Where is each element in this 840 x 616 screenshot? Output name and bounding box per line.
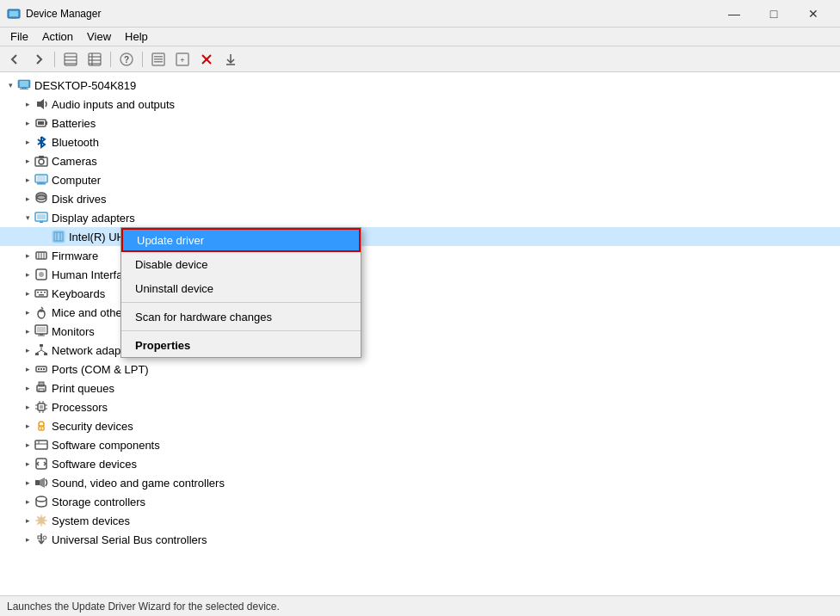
context-menu-item-properties[interactable]: Properties: [121, 333, 361, 357]
tree-item-audio[interactable]: ▸Audio inputs and outputs: [0, 95, 840, 114]
context-menu-separator: [121, 330, 361, 331]
list-view-button[interactable]: [83, 49, 106, 70]
sound-label: Sound, video and game controllers: [52, 477, 225, 490]
monitors-icon: [34, 324, 48, 338]
mice-expand-icon[interactable]: ▸: [21, 305, 34, 319]
svg-rect-73: [38, 368, 40, 370]
disk-expand-icon[interactable]: ▸: [21, 192, 34, 206]
toolbar-sep-1: [54, 52, 55, 67]
ports-icon: [34, 362, 48, 376]
window-title: Device Manager: [26, 8, 714, 20]
tree-view-button[interactable]: [59, 49, 82, 70]
svg-line-71: [41, 350, 46, 353]
tree-item-software-comp[interactable]: ▸Software components: [0, 435, 840, 454]
minimize-button[interactable]: —: [714, 0, 754, 28]
tree-item-usb[interactable]: ▸Universal Serial Bus controllers: [0, 530, 840, 549]
svg-rect-35: [37, 176, 46, 182]
cameras-expand-icon[interactable]: ▸: [21, 154, 34, 168]
tree-item-display[interactable]: ▾Display adapters: [0, 208, 840, 227]
scan-button[interactable]: +: [171, 49, 194, 70]
properties-button[interactable]: [147, 49, 170, 70]
svg-point-92: [40, 428, 42, 429]
svg-rect-56: [40, 292, 42, 293]
usb-expand-icon[interactable]: ▸: [21, 533, 34, 546]
svg-point-99: [36, 496, 46, 502]
tree-item-sound[interactable]: ▸Sound, video and game controllers: [0, 473, 840, 492]
back-button[interactable]: [3, 49, 26, 70]
menu-item-help[interactable]: Help: [118, 28, 155, 45]
network-expand-icon[interactable]: ▸: [21, 343, 34, 357]
tree-item-print[interactable]: ▸Print queues: [0, 379, 840, 397]
tree-item-batteries[interactable]: ▸Batteries: [0, 114, 840, 132]
audio-expand-icon[interactable]: ▸: [21, 97, 34, 111]
close-button[interactable]: ✕: [794, 0, 833, 28]
forward-button[interactable]: [28, 49, 50, 70]
tree-item-cameras[interactable]: ▸Cameras: [0, 151, 840, 170]
menu-item-view[interactable]: View: [80, 28, 118, 45]
status-bar: Launches the Update Driver Wizard for th…: [0, 595, 840, 616]
svg-rect-16: [154, 61, 163, 63]
usb-label: Universal Serial Bus controllers: [52, 533, 207, 546]
context-menu-item-update-driver[interactable]: Update driver: [121, 228, 361, 252]
svg-rect-24: [20, 81, 28, 87]
bluetooth-expand-icon[interactable]: ▸: [21, 135, 34, 149]
title-bar: Device Manager — □ ✕: [0, 0, 840, 28]
svg-rect-58: [39, 294, 44, 296]
ports-expand-icon[interactable]: ▸: [21, 362, 34, 376]
system-expand-icon[interactable]: ▸: [21, 514, 34, 527]
uninstall-button[interactable]: [195, 49, 218, 70]
menu-item-action[interactable]: Action: [35, 28, 80, 45]
mice-icon: [34, 305, 48, 319]
software-comp-expand-icon[interactable]: ▸: [21, 438, 34, 452]
firmware-expand-icon[interactable]: ▸: [21, 249, 34, 262]
tree-item-processors[interactable]: ▸Processors: [0, 397, 840, 416]
intel-expand-icon[interactable]: [38, 230, 52, 243]
computer-label: Computer: [52, 174, 101, 187]
firmware-icon: [34, 249, 48, 262]
tree-item-security[interactable]: ▸Security devices: [0, 416, 840, 435]
tree-root[interactable]: ▾ DESKTOP-504K819: [0, 76, 840, 95]
disk-label: Disk drives: [52, 193, 107, 206]
security-expand-icon[interactable]: ▸: [21, 419, 34, 433]
sound-expand-icon[interactable]: ▸: [21, 476, 34, 490]
app-icon: [7, 7, 21, 21]
intel-icon: [52, 230, 65, 243]
update-button[interactable]: [219, 49, 242, 70]
root-expand-icon[interactable]: ▾: [3, 78, 17, 92]
print-expand-icon[interactable]: ▸: [21, 381, 34, 395]
tree-item-computer[interactable]: ▸Computer: [0, 170, 840, 189]
print-label: Print queues: [52, 382, 114, 395]
monitors-expand-icon[interactable]: ▸: [21, 324, 34, 338]
display-label: Display adapters: [52, 212, 135, 225]
svg-rect-1: [9, 11, 18, 16]
svg-rect-33: [39, 156, 44, 158]
svg-rect-64: [40, 334, 43, 336]
tree-item-system[interactable]: ▸System devices: [0, 511, 840, 530]
human-expand-icon[interactable]: ▸: [21, 268, 34, 281]
context-menu-item-disable-device[interactable]: Disable device: [121, 252, 361, 276]
tree-item-disk[interactable]: ▸Disk drives: [0, 189, 840, 208]
context-menu-item-scan-hardware[interactable]: Scan for hardware changes: [121, 305, 361, 329]
context-menu-separator: [121, 302, 361, 303]
keyboard-expand-icon[interactable]: ▸: [21, 286, 34, 300]
human-icon: [34, 268, 48, 281]
software-comp-icon: [34, 438, 48, 452]
storage-expand-icon[interactable]: ▸: [21, 495, 34, 508]
display-expand-icon[interactable]: ▾: [21, 211, 34, 225]
display-icon: [34, 211, 48, 225]
tree-item-bluetooth[interactable]: ▸Bluetooth: [0, 132, 840, 151]
tree-item-storage[interactable]: ▸Storage controllers: [0, 492, 840, 511]
batteries-expand-icon[interactable]: ▸: [21, 116, 34, 130]
software-dev-expand-icon[interactable]: ▸: [21, 457, 34, 471]
processors-expand-icon[interactable]: ▸: [21, 400, 34, 414]
menu-item-file[interactable]: File: [3, 28, 35, 45]
computer-expand-icon[interactable]: ▸: [21, 173, 34, 187]
maximize-button[interactable]: □: [754, 0, 794, 28]
context-menu-item-uninstall-device[interactable]: Uninstall device: [121, 276, 361, 300]
tree-item-ports[interactable]: ▸Ports (COM & LPT): [0, 360, 840, 379]
audio-icon: [34, 97, 48, 111]
tree-item-software-dev[interactable]: ▸Software devices: [0, 454, 840, 473]
svg-rect-43: [40, 221, 43, 223]
help-button[interactable]: ?: [115, 49, 138, 70]
svg-rect-29: [46, 121, 47, 125]
